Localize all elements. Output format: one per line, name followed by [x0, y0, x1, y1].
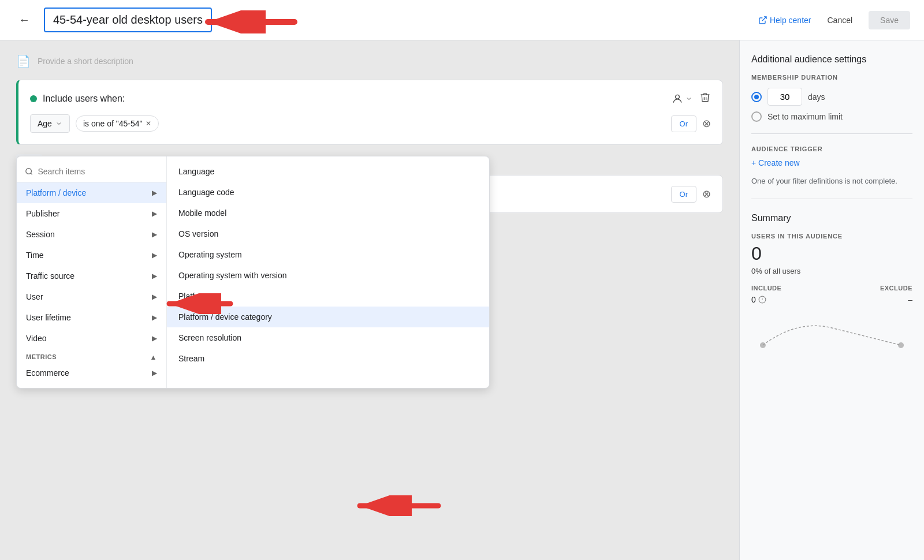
menu-item-user-label: User — [26, 292, 43, 301]
menu-item-traffic-source-label: Traffic source — [26, 271, 74, 281]
dropdown-overlay: Platform / device ▶ Publisher ▶ — [16, 156, 490, 389]
menu-item-video-label: Video — [26, 334, 47, 343]
include-value: 0 — [751, 295, 766, 304]
menu-item-platform[interactable]: Platform / device ▶ — [17, 182, 166, 203]
submenu-stream[interactable]: Stream — [167, 348, 489, 369]
svg-line-5 — [31, 173, 32, 175]
close-filter-button-1[interactable]: ⊗ — [702, 117, 711, 130]
right-panel: Additional audience settings MEMBERSHIP … — [739, 40, 924, 560]
menu-item-session[interactable]: Session ▶ — [17, 224, 166, 245]
exclude-label: EXCLUDE — [880, 285, 912, 292]
menu-item-video-chevron: ▶ — [152, 334, 157, 342]
menu-item-traffic-source[interactable]: Traffic source ▶ — [17, 266, 166, 286]
menu-item-publisher[interactable]: Publisher ▶ — [17, 203, 166, 224]
or-button-2[interactable]: Or — [671, 186, 696, 203]
divider-2 — [751, 199, 912, 199]
help-center-link[interactable]: Help center — [758, 16, 811, 25]
metrics-header: Metrics ▲ — [17, 349, 166, 363]
external-link-icon — [758, 16, 767, 25]
metrics-collapse-icon: ▲ — [150, 353, 157, 361]
menu-item-user-chevron: ▶ — [152, 293, 157, 301]
menu-item-time-label: Time — [26, 251, 44, 260]
include-title: Include users when: — [30, 94, 125, 104]
menu-item-ecommerce-label: Ecommerce — [26, 368, 69, 378]
users-in-audience-label: USERS IN THIS AUDIENCE — [751, 233, 912, 240]
audience-trigger-label: AUDIENCE TRIGGER — [751, 145, 912, 152]
or-button-1[interactable]: Or — [671, 115, 696, 132]
search-row — [17, 161, 166, 182]
submenu-operating-system[interactable]: Operating system — [167, 244, 489, 265]
age-chevron-icon — [55, 120, 62, 127]
submenu-platform[interactable]: Platform — [167, 286, 489, 307]
radio-max-limit[interactable] — [751, 111, 762, 122]
submenu-screen-resolution[interactable]: Screen resolution — [167, 327, 489, 348]
trash-icon — [699, 92, 711, 103]
age-dropdown[interactable]: Age — [30, 114, 70, 133]
svg-point-14 — [898, 342, 904, 348]
save-button[interactable]: Save — [869, 11, 910, 29]
title-arrow — [196, 10, 300, 33]
submenu-language[interactable]: Language — [167, 161, 489, 182]
menu-item-traffic-source-chevron: ▶ — [152, 272, 157, 280]
right-panel-title: Additional audience settings — [751, 54, 912, 65]
summary-section: Summary USERS IN THIS AUDIENCE 0 0% of a… — [751, 213, 912, 354]
submenu-os-version[interactable]: OS version — [167, 223, 489, 244]
main-content: 📄 Provide a short description Include us… — [0, 40, 924, 560]
chip-remove-button[interactable]: ✕ — [146, 120, 151, 128]
menu-item-ecommerce[interactable]: Ecommerce ▶ — [17, 363, 166, 383]
search-input[interactable] — [38, 167, 158, 176]
cancel-button[interactable]: Cancel — [818, 11, 862, 29]
submenu-platform-device-category[interactable]: Platform / device category — [167, 307, 489, 327]
menu-item-publisher-chevron: ▶ — [152, 210, 157, 218]
header-left: ← 45-54-year old desktop users — [14, 8, 212, 32]
submenu-os-with-version[interactable]: Operating system with version — [167, 265, 489, 286]
audience-title[interactable]: 45-54-year old desktop users — [44, 8, 212, 32]
days-input[interactable]: 30 — [767, 88, 802, 106]
svg-line-2 — [762, 17, 766, 21]
users-count: 0 — [751, 243, 912, 264]
menu-item-session-label: Session — [26, 230, 55, 239]
menu-item-platform-chevron: ▶ — [152, 189, 157, 197]
submenu-language-code[interactable]: Language code — [167, 182, 489, 203]
menu-item-time-chevron: ▶ — [152, 251, 157, 259]
menu-item-video[interactable]: Video ▶ — [17, 328, 166, 349]
filter-row-1: Age is one of "45-54" ✕ Or ⊗ — [30, 114, 711, 133]
chart-area — [751, 308, 912, 354]
include-label: INCLUDE — [751, 285, 781, 292]
svg-point-13 — [760, 342, 766, 348]
menu-item-session-chevron: ▶ — [152, 230, 157, 238]
create-new-button[interactable]: + Create new — [751, 158, 912, 167]
dropdown-chevron-icon — [685, 95, 692, 102]
include-info-icon — [758, 296, 766, 304]
back-button[interactable]: ← — [14, 11, 35, 29]
summary-title: Summary — [751, 213, 912, 223]
menu-item-user-lifetime[interactable]: User lifetime ▶ — [17, 307, 166, 328]
audience-chart — [751, 308, 912, 354]
users-pct: 0% of all users — [751, 267, 912, 275]
user-icon — [672, 93, 683, 104]
divider-1 — [751, 133, 912, 134]
submenu-mobile-model[interactable]: Mobile model — [167, 203, 489, 223]
menu-item-time[interactable]: Time ▶ — [17, 245, 166, 266]
exclude-value: – — [908, 295, 912, 304]
radio-days-selected[interactable] — [751, 92, 762, 102]
header-right: Help center Cancel Save — [758, 11, 910, 29]
dropdown-right: Language Language code Mobile model OS v… — [167, 156, 489, 388]
include-card: Include users when: Age — [16, 80, 723, 145]
description-placeholder[interactable]: Provide a short description — [38, 57, 133, 66]
menu-item-user[interactable]: User ▶ — [17, 286, 166, 307]
age-label: Age — [38, 119, 52, 128]
svg-point-4 — [26, 169, 32, 174]
search-icon — [25, 167, 33, 176]
header: ← 45-54-year old desktop users Help cent… — [0, 0, 924, 40]
menu-item-ecommerce-chevron: ▶ — [152, 369, 157, 377]
close-filter-button-2[interactable]: ⊗ — [702, 188, 711, 200]
dropdown-left: Platform / device ▶ Publisher ▶ — [17, 156, 167, 388]
user-filter-button[interactable] — [672, 93, 692, 104]
description-icon: 📄 — [16, 54, 31, 68]
delete-filter-button[interactable] — [699, 92, 711, 105]
duration-row-days: 30 days — [751, 88, 912, 106]
membership-duration-label: MEMBERSHIP DURATION — [751, 74, 912, 81]
include-exclude-row: INCLUDE EXCLUDE — [751, 285, 912, 292]
left-panel: 📄 Provide a short description Include us… — [0, 40, 739, 560]
